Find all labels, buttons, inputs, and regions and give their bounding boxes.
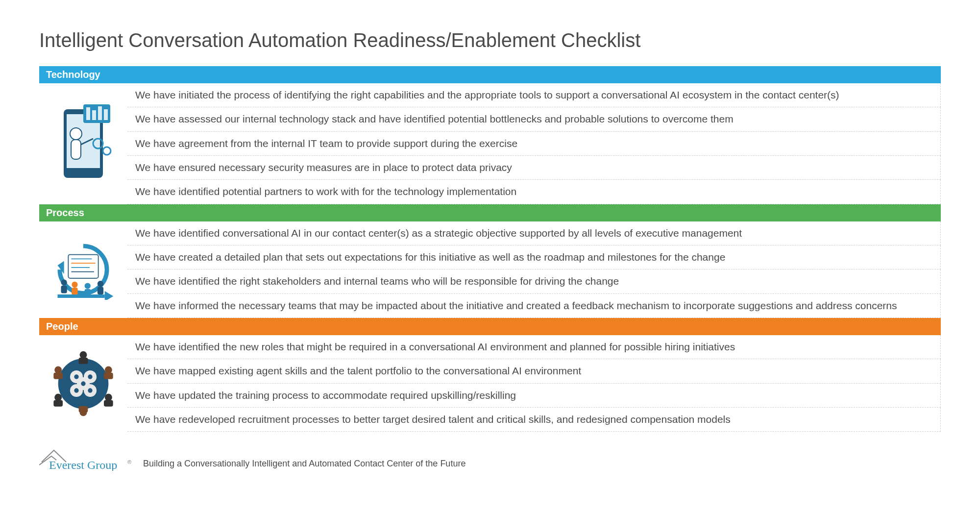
section-header-people: People: [39, 318, 941, 335]
svg-point-22: [85, 283, 91, 289]
technology-icon: [39, 83, 127, 204]
checklist-item: We have mapped existing agent skills and…: [127, 359, 941, 383]
people-icon: [39, 335, 127, 432]
svg-rect-13: [68, 255, 98, 278]
checklist-item: We have informed the necessary teams tha…: [127, 294, 941, 318]
svg-rect-21: [72, 288, 77, 295]
svg-point-47: [54, 393, 62, 401]
svg-point-20: [72, 282, 77, 288]
svg-point-39: [80, 351, 87, 359]
svg-text:Everest Group: Everest Group: [49, 459, 117, 471]
checklist-item: We have redeveloped recruitment processe…: [127, 408, 941, 432]
svg-point-43: [105, 393, 112, 401]
svg-rect-5: [98, 106, 102, 120]
svg-point-18: [61, 280, 67, 286]
checklist-item: We have agreement from the internal IT t…: [127, 132, 941, 156]
svg-rect-4: [92, 110, 96, 120]
svg-rect-50: [53, 372, 63, 379]
checklist-item: We have identified the new roles that mi…: [127, 335, 941, 359]
svg-point-24: [98, 281, 103, 287]
section-people: People: [39, 318, 941, 432]
checklist-item: We have assessed our internal technology…: [127, 107, 941, 131]
checklist-item: We have initiated the process of identif…: [127, 83, 941, 107]
svg-text:®: ®: [127, 459, 131, 465]
checklist-item: We have ensured necessary security measu…: [127, 156, 941, 180]
svg-point-34: [74, 374, 78, 379]
svg-rect-44: [104, 400, 113, 406]
everest-group-logo: Everest Group ®: [39, 446, 137, 471]
svg-rect-48: [53, 400, 63, 406]
svg-point-36: [74, 388, 78, 392]
section-process: Process W: [39, 204, 941, 318]
section-header-technology: Technology: [39, 66, 941, 83]
svg-marker-27: [105, 291, 114, 300]
svg-rect-23: [85, 289, 91, 295]
svg-point-7: [70, 128, 82, 140]
section-technology: Technology We have initiate: [39, 66, 941, 204]
footer-tagline: Building a Conversationally Intelligent …: [143, 459, 466, 471]
svg-point-41: [105, 366, 112, 373]
svg-rect-6: [104, 109, 108, 120]
checklist-item: We have updated the training process to …: [127, 384, 941, 408]
svg-rect-8: [71, 140, 81, 159]
checklist-item: We have identified conversational AI in …: [127, 221, 941, 245]
checklist-item: We have identified potential partners to…: [127, 180, 941, 204]
svg-rect-19: [61, 286, 67, 293]
svg-rect-3: [86, 107, 90, 120]
section-header-process: Process: [39, 204, 941, 221]
svg-point-35: [88, 374, 92, 379]
svg-point-49: [54, 366, 62, 373]
svg-rect-26: [58, 294, 105, 298]
svg-rect-25: [98, 287, 103, 294]
svg-rect-46: [79, 406, 88, 413]
svg-point-37: [88, 388, 92, 392]
footer: Everest Group ® Building a Conversationa…: [39, 446, 941, 471]
page-title: Intelligent Conversation Automation Read…: [39, 29, 941, 51]
svg-point-38: [81, 381, 85, 386]
checklist-item: We have created a detailed plan that set…: [127, 245, 941, 269]
svg-point-11: [103, 147, 111, 155]
svg-rect-40: [79, 358, 88, 364]
checklist-item: We have identified the right stakeholder…: [127, 269, 941, 293]
svg-rect-42: [104, 372, 113, 379]
process-icon: [39, 221, 127, 318]
